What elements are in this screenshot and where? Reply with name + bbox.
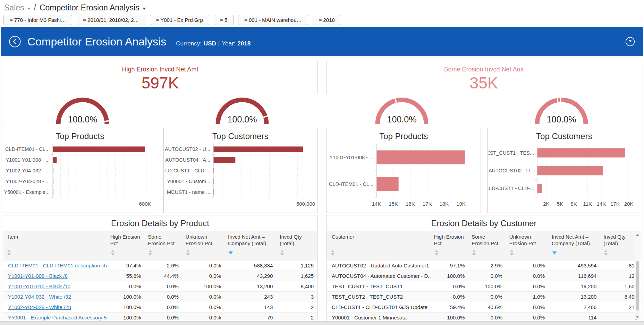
cell-value: 100.0% [182, 281, 224, 292]
item-link[interactable]: Y1002-Y04-028 - White /28 [8, 304, 71, 310]
filter-bar: = 770 - Infor M3 Fashi…= 2018/01, 2018/0… [0, 13, 644, 25]
cell-value: 100.0% [431, 271, 468, 281]
kpi-value: 597K [3, 75, 317, 91]
item-link[interactable]: Y50001 - Example Purchased Accessory 500… [8, 315, 107, 320]
bar[interactable] [537, 184, 542, 193]
category-label: Y1002-Y04-032 - ... [6, 168, 50, 173]
cell-value: 0.0% [506, 271, 548, 281]
row-label: TEST_CUST2 - TEST_CUST2 [327, 292, 431, 302]
triangle-down-icon[interactable] [228, 251, 233, 255]
chart-title: Top Products [328, 129, 480, 141]
filter-chip[interactable]: = 2018/01, 2018/02, 2… [77, 15, 145, 25]
bar[interactable] [377, 177, 399, 191]
column-header[interactable]: Invcd Net Amt – Company (Total) [224, 231, 276, 247]
column-header[interactable]: High Erosion Pct [431, 231, 468, 247]
column-header[interactable]: Invcd Net Amt – Company (Total) [548, 231, 600, 247]
svg-text:100.0%: 100.0% [387, 114, 417, 124]
cell-value: 2 [276, 302, 317, 313]
bar[interactable] [53, 168, 53, 173]
scroll-down-icon[interactable] [636, 316, 639, 318]
table-row: TEST_CUST2 - TEST_CUST20.0%0.0%1.0%13,20… [327, 292, 641, 302]
sort-arrows-icon[interactable] [603, 250, 608, 256]
sort-arrows-icon[interactable] [330, 250, 334, 256]
filter-chip[interactable]: = 2018 [313, 15, 341, 25]
sort-arrows-icon[interactable] [110, 250, 115, 256]
cell-value: 2.9% [468, 260, 506, 271]
bar[interactable] [213, 189, 214, 195]
cell-value: 588,334 [224, 260, 276, 271]
bar[interactable] [377, 151, 465, 164]
bar[interactable] [53, 179, 53, 184]
horizontal-scrollbar[interactable] [0, 321, 644, 325]
item-link[interactable]: Y1001-Y01-010 - Black /10 [8, 283, 70, 289]
sort-arrows-icon[interactable] [472, 250, 476, 256]
cell-value: 0.0% [182, 292, 224, 302]
column-header[interactable]: Invcd Qty (Total) [600, 231, 641, 247]
filter-chip[interactable]: = 770 - Infor M3 Fashi… [3, 15, 72, 25]
filter-chip[interactable]: = 001 - MAIN warehou… [238, 15, 308, 25]
sort-arrows-icon[interactable] [186, 250, 190, 256]
column-header[interactable]: Customer [327, 231, 431, 247]
cell-value: 1,600 [600, 281, 641, 292]
cell-value: 812 [600, 260, 641, 271]
item-link[interactable]: Y1001-Y01-008 - Black /8 [8, 273, 68, 279]
chart-title: Top Customers [488, 129, 641, 141]
help-button[interactable]: ? [625, 36, 635, 47]
sort-arrows-icon[interactable] [148, 250, 152, 256]
row-label: TEST_CUST1 - TEST_CUST1 [327, 281, 431, 292]
bar[interactable] [53, 157, 57, 163]
back-button[interactable] [9, 35, 21, 48]
breadcrumb-section[interactable]: Sales [4, 3, 31, 12]
cell-value: 0.0% [431, 292, 468, 302]
table-row: Y1002-Y04-028 - White /28100.0%0.0%0.0%1… [3, 302, 317, 313]
cell-value: 0.0% [107, 281, 145, 292]
item-link[interactable]: Y1002-Y04-032 - White /32 [8, 294, 71, 300]
sort-arrows-icon[interactable] [509, 250, 514, 256]
svg-text:100.0%: 100.0% [547, 114, 576, 124]
sort-arrows-icon[interactable] [7, 250, 11, 256]
filter-chip[interactable]: = 5 [214, 15, 234, 25]
circle-arrow-left-icon [9, 35, 21, 48]
column-header[interactable]: Invcd Qty (Total) [276, 231, 317, 247]
bar[interactable] [53, 146, 145, 152]
category-label: TEST_CUST1 - TES... [489, 150, 534, 156]
column-header[interactable]: Some Erosion Pct [468, 231, 506, 247]
cell-value: 8,400 [600, 292, 641, 302]
bar[interactable] [213, 157, 235, 163]
sort-arrows-icon[interactable] [434, 250, 438, 256]
table-row: AUTOCUST04 - Automated Customer - D...10… [327, 271, 641, 281]
scrollbar-thumb[interactable] [636, 261, 639, 310]
cell-value: 79 [224, 313, 276, 321]
scroll-up-icon[interactable] [636, 234, 639, 236]
vertical-scrollbar[interactable] [635, 233, 640, 319]
column-header[interactable]: Some Erosion Pct [144, 231, 182, 247]
bar[interactable] [213, 146, 303, 152]
item-link[interactable]: CLD-ITEM01 - CLD-ITEM01 description chan… [8, 263, 107, 268]
page-title: Competitor Erosion Analysis [27, 35, 166, 48]
table-erosion-by-customer: Erosion Details by CustomerCustomerHigh … [327, 215, 641, 321]
bar[interactable] [537, 148, 625, 157]
cell-value: 116,694 [548, 271, 600, 281]
sort-arrows-icon[interactable] [280, 250, 284, 256]
column-header[interactable]: Unknown Erosion Pct [182, 231, 224, 247]
triangle-down-icon[interactable] [552, 251, 557, 255]
meta-separator: | [218, 40, 220, 47]
axis-tick-label: 8K [570, 201, 577, 207]
bar[interactable] [53, 189, 53, 195]
filter-chip[interactable]: = Y001 - Ex Prd Grp [150, 15, 209, 25]
cell-value: 43,290 [224, 271, 276, 281]
column-header[interactable]: Item [3, 231, 107, 247]
bar[interactable] [213, 179, 214, 184]
table-row: TEST_CUST1 - TEST_CUST10.0%100.0%0.0%19,… [327, 281, 641, 292]
bar[interactable] [213, 168, 214, 173]
column-header[interactable]: High Erosion Pct [107, 231, 145, 247]
year-label: Year: [222, 40, 235, 47]
cell-value: 55.6% [107, 271, 145, 281]
axis-tick-label: 14K [372, 201, 381, 207]
category-label: CLD-ITEM01 - CL... [329, 181, 373, 187]
breadcrumb-page[interactable]: Competitor Erosion Analysis [40, 3, 146, 12]
bar[interactable] [537, 166, 603, 176]
cell-value: 0.0% [144, 292, 182, 302]
page: { "colors": { "header_blue": "#1259b4", … [0, 0, 644, 325]
column-header[interactable]: Unknown Erosion Pct [506, 231, 548, 247]
